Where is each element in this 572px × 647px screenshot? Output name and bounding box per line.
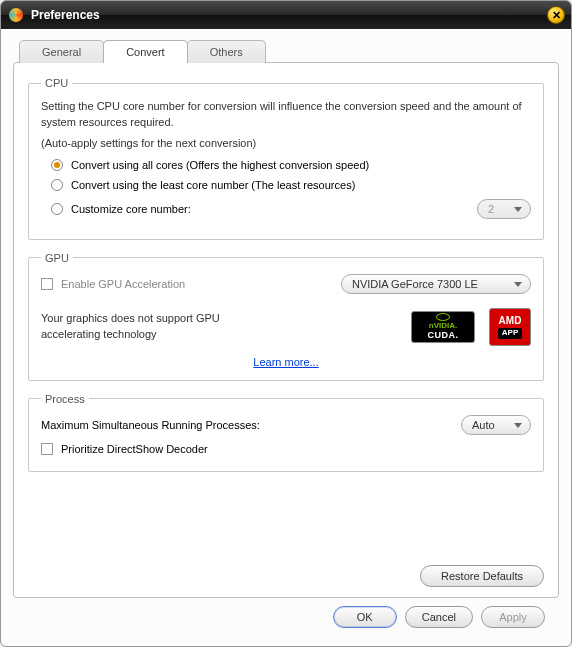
radio-icon [51,203,63,215]
checkbox-icon [41,443,53,455]
radio-icon [51,159,63,171]
gpu-group: GPU Enable GPU Acceleration NVIDIA GeFor… [28,252,544,381]
process-group: Process Maximum Simultaneous Running Pro… [28,393,544,472]
enable-gpu-label: Enable GPU Acceleration [61,278,185,290]
learn-more-link[interactable]: Learn more... [41,356,531,368]
radio-all-cores[interactable]: Convert using all cores (Offers the high… [51,159,531,171]
amd-app-logo: AMD APP [489,308,531,346]
apply-button[interactable]: Apply [481,606,545,628]
gpu-legend: GPU [41,252,73,264]
restore-defaults-button[interactable]: Restore Defaults [420,565,544,587]
radio-least-cores[interactable]: Convert using the least core number (The… [51,179,531,191]
max-processes-dropdown[interactable]: Auto [461,415,531,435]
dialog-footer: OK Cancel Apply [13,598,559,638]
nvidia-cuda-logo: nVIDIA. CUDA. [411,311,475,343]
close-button[interactable]: ✕ [547,6,565,24]
tab-convert[interactable]: Convert [103,40,188,63]
gpu-device-dropdown[interactable]: NVIDIA GeForce 7300 LE [341,274,531,294]
window-body: General Convert Others CPU Setting the C… [1,29,571,646]
cuda-text: CUDA. [428,331,459,341]
tab-general[interactable]: General [19,40,104,63]
tab-others[interactable]: Others [187,40,266,63]
tab-bar: General Convert Others [19,39,559,62]
process-legend: Process [41,393,89,405]
radio-icon [51,179,63,191]
window-title: Preferences [31,8,100,22]
cpu-legend: CPU [41,77,72,89]
radio-custom-label: Customize core number: [71,203,191,215]
amd-text: AMD [499,315,522,326]
cancel-button[interactable]: Cancel [405,606,473,628]
enable-gpu-checkbox[interactable]: Enable GPU Acceleration [41,278,185,290]
cpu-auto-note: (Auto-apply settings for the next conver… [41,137,531,149]
gpu-logos: nVIDIA. CUDA. AMD APP [411,308,531,346]
gpu-support-message: Your graphics does not support GPU accel… [41,311,241,342]
app-icon [9,8,23,22]
titlebar: Preferences ✕ [1,1,571,29]
ok-button[interactable]: OK [333,606,397,628]
nvidia-eye-icon [436,313,450,321]
preferences-window: Preferences ✕ General Convert Others CPU… [0,0,572,647]
checkbox-icon [41,278,53,290]
radio-custom-cores[interactable]: Customize core number: [51,203,191,215]
radio-least-label: Convert using the least core number (The… [71,179,355,191]
core-number-value: 2 [488,203,494,215]
cpu-description: Setting the CPU core number for conversi… [41,99,531,131]
prioritize-directshow-label: Prioritize DirectShow Decoder [61,443,208,455]
radio-all-label: Convert using all cores (Offers the high… [71,159,369,171]
amd-app-text: APP [498,328,522,339]
prioritize-directshow-checkbox[interactable]: Prioritize DirectShow Decoder [41,443,531,455]
core-number-dropdown[interactable]: 2 [477,199,531,219]
cpu-group: CPU Setting the CPU core number for conv… [28,77,544,240]
max-processes-value: Auto [472,419,495,431]
tab-panel-convert: CPU Setting the CPU core number for conv… [13,62,559,598]
gpu-device-value: NVIDIA GeForce 7300 LE [352,278,478,290]
max-processes-label: Maximum Simultaneous Running Processes: [41,419,260,431]
close-icon: ✕ [552,9,561,22]
